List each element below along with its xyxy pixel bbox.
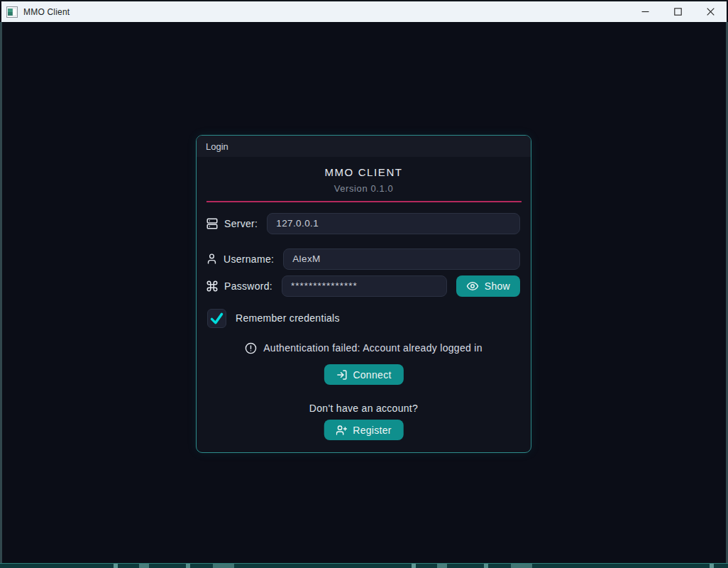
minimize-icon xyxy=(641,8,649,16)
close-icon xyxy=(707,8,715,16)
alert-circle-icon xyxy=(245,342,257,354)
password-label: Password: xyxy=(224,280,272,292)
no-account-text: Don't have an account? xyxy=(197,403,531,414)
maximize-button[interactable] xyxy=(661,1,694,22)
titlebar: MMO Client xyxy=(1,1,727,22)
server-row: Server: xyxy=(206,212,520,234)
taskbar-sliver xyxy=(0,563,728,568)
connect-button[interactable]: Connect xyxy=(324,364,403,385)
server-label: Server: xyxy=(224,218,258,229)
login-dialog: Login MMO CLIENT Version 0.1.0 Server: U… xyxy=(196,135,531,453)
dialog-titlebar: Login xyxy=(197,136,531,157)
command-icon xyxy=(206,280,219,293)
log-in-icon xyxy=(336,369,347,381)
username-row: Username: xyxy=(206,248,520,270)
window-frame-left xyxy=(0,22,2,563)
remember-checkbox[interactable] xyxy=(207,309,226,328)
remember-label: Remember credentials xyxy=(236,312,340,324)
register-button[interactable]: Register xyxy=(324,420,404,440)
username-label: Username: xyxy=(224,253,274,265)
register-label: Register xyxy=(353,425,392,436)
close-button[interactable] xyxy=(694,1,727,22)
connect-label: Connect xyxy=(353,369,391,381)
user-plus-icon xyxy=(336,425,347,436)
window-controls xyxy=(629,1,727,22)
eye-icon xyxy=(466,280,479,293)
version-label: Version 0.1.0 xyxy=(197,183,531,194)
checkmark-icon xyxy=(209,311,224,326)
server-input[interactable] xyxy=(267,213,520,234)
show-password-label: Show xyxy=(485,280,510,292)
password-row: Password: Show xyxy=(206,275,520,297)
window-title: MMO Client xyxy=(23,7,70,17)
error-message-row: Authentication failed: Account already l… xyxy=(197,341,531,355)
remember-row: Remember credentials xyxy=(207,308,340,328)
error-message: Authentication failed: Account already l… xyxy=(263,342,482,354)
minimize-button[interactable] xyxy=(629,1,661,22)
app-icon xyxy=(6,6,18,18)
server-icon xyxy=(206,217,219,230)
show-password-button[interactable]: Show xyxy=(456,275,520,297)
username-input[interactable] xyxy=(283,248,520,270)
user-icon xyxy=(206,253,218,265)
maximize-icon xyxy=(674,8,682,16)
password-input[interactable] xyxy=(282,275,447,297)
pink-divider xyxy=(206,201,522,202)
dialog-title: Login xyxy=(206,141,228,152)
app-heading: MMO CLIENT xyxy=(197,166,531,178)
